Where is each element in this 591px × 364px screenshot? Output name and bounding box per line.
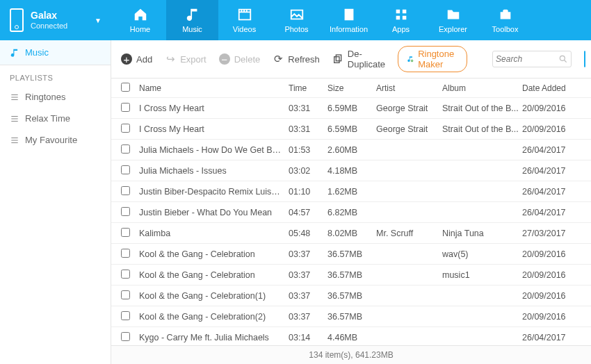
svg-rect-1 — [336, 55, 341, 61]
cell-name: I Cross My Heart — [139, 104, 289, 113]
cell-album: music1 — [442, 270, 522, 280]
cell-time: 04:57 — [289, 208, 327, 217]
table-row[interactable]: Justin Bieber - What Do You Mean04:576.8… — [111, 202, 591, 223]
export-icon: ↪ — [165, 53, 176, 65]
row-checkbox[interactable] — [121, 249, 130, 258]
sidebar-item-label: Music — [25, 47, 49, 58]
cell-name: I Cross My Heart — [139, 124, 289, 134]
select-all-checkbox[interactable] — [121, 83, 130, 92]
home-icon — [132, 7, 149, 22]
cell-date: 26/04/2017 — [522, 187, 581, 197]
nav-videos[interactable]: Videos — [218, 0, 270, 40]
nav-explorer[interactable]: Explorer — [427, 0, 479, 40]
button-label: Export — [180, 54, 207, 65]
row-checkbox[interactable] — [121, 103, 130, 112]
row-checkbox[interactable] — [121, 186, 130, 195]
cell-time: 01:53 — [289, 145, 327, 155]
sidebar-item-relax-time[interactable]: Relax Time — [0, 108, 111, 129]
device-status: Connected — [31, 22, 67, 31]
table-row[interactable]: Kygo - Carry Me ft. Julia Michaels03:144… — [111, 327, 591, 345]
table-row[interactable]: Kalimba05:488.02MBMr. ScruffNinja Tuna27… — [111, 223, 591, 244]
toolbox-icon — [497, 7, 514, 22]
row-checkbox[interactable] — [121, 270, 130, 279]
button-label: Add — [136, 54, 152, 65]
table-row[interactable]: Kool & the Gang - Celebration(2)03:3736.… — [111, 306, 591, 327]
music-icon — [10, 48, 19, 58]
main-nav: Home Music Videos Photos Information App… — [114, 0, 531, 40]
table-row[interactable]: Kool & the Gang - Celebration(1)03:3736.… — [111, 286, 591, 306]
deduplicate-button[interactable]: De-Duplicate — [332, 49, 385, 69]
table-body[interactable]: I Cross My Heart03:316.59MBGeorge Strait… — [111, 98, 591, 345]
cell-size: 4.18MB — [327, 166, 376, 176]
sidebar-item-music[interactable]: Music — [0, 40, 111, 65]
nav-information[interactable]: Information — [323, 0, 375, 40]
list-icon — [10, 135, 19, 145]
table-row[interactable]: Kool & the Gang - Celebration03:3736.57M… — [111, 265, 591, 286]
cell-date: 26/04/2017 — [522, 166, 581, 176]
nav-home[interactable]: Home — [114, 0, 166, 40]
minus-icon: − — [219, 53, 230, 65]
row-checkbox[interactable] — [121, 144, 130, 154]
col-time[interactable]: Time — [289, 83, 327, 93]
col-name[interactable]: Name — [139, 83, 289, 93]
cell-album: Strait Out of the B... — [442, 104, 522, 113]
table-row[interactable]: Kool & the Gang - Celebration03:3736.57M… — [111, 244, 591, 265]
col-date[interactable]: Date Added — [522, 83, 581, 93]
col-size[interactable]: Size — [327, 83, 376, 93]
svg-rect-0 — [334, 57, 339, 63]
nav-toolbox[interactable]: Toolbox — [479, 0, 531, 40]
delete-button[interactable]: −Delete — [219, 53, 261, 65]
nav-photos[interactable]: Photos — [270, 0, 323, 40]
grid-view-button[interactable] — [585, 51, 585, 67]
row-checkbox[interactable] — [121, 207, 130, 216]
contacts-icon — [341, 7, 357, 22]
cell-name: Kygo - Carry Me ft. Julia Michaels — [139, 333, 289, 342]
device-selector[interactable]: Galax Connected ▼ — [0, 0, 111, 40]
cell-name: Justin Bieber - What Do You Mean — [139, 208, 289, 217]
cell-size: 6.82MB — [327, 208, 376, 217]
button-label: Refresh — [288, 54, 320, 65]
button-label: Delete — [234, 54, 261, 65]
sidebar-item-ringtones[interactable]: Ringtones — [0, 86, 111, 108]
export-button[interactable]: ↪Export — [165, 53, 207, 65]
search-input[interactable] — [496, 54, 558, 64]
cell-time: 03:31 — [289, 104, 327, 113]
plus-icon: + — [121, 53, 132, 65]
row-checkbox[interactable] — [121, 311, 130, 320]
cell-size: 36.57MB — [327, 291, 376, 301]
search-box[interactable] — [492, 51, 572, 67]
music-icon — [184, 7, 201, 22]
table-row[interactable]: I Cross My Heart03:316.59MBGeorge Strait… — [111, 119, 591, 140]
table-row[interactable]: Julia Michaels - Issues03:024.18MB26/04/… — [111, 160, 591, 181]
cell-size: 36.57MB — [327, 312, 376, 322]
nav-label: Toolbox — [492, 25, 519, 33]
refresh-icon: ⟳ — [273, 53, 284, 65]
ringtone-maker-button[interactable]: Ringtone Maker — [398, 46, 467, 72]
cell-time: 01:10 — [289, 187, 327, 197]
table-row[interactable]: Justin Biber-Despacito Remix Luis F...01… — [111, 181, 591, 202]
cell-artist: George Strait — [376, 124, 442, 134]
table-row[interactable]: Julia Michaels - How Do We Get Ba...01:5… — [111, 140, 591, 160]
cell-name: Justin Biber-Despacito Remix Luis F... — [139, 187, 289, 197]
nav-music[interactable]: Music — [166, 0, 218, 40]
cell-name: Kool & the Gang - Celebration(1) — [139, 291, 289, 301]
sidebar-item-label: Ringtones — [25, 92, 66, 102]
nav-apps[interactable]: Apps — [375, 0, 427, 40]
sidebar-item-my-favourite[interactable]: My Favourite — [0, 129, 111, 151]
phone-icon — [10, 8, 24, 32]
row-checkbox[interactable] — [121, 228, 130, 237]
cell-size: 2.60MB — [327, 145, 376, 155]
nav-label: Videos — [233, 25, 256, 33]
add-button[interactable]: +Add — [121, 53, 152, 65]
row-checkbox[interactable] — [121, 290, 130, 299]
cell-size: 36.57MB — [327, 270, 376, 280]
nav-label: Music — [182, 25, 202, 33]
table-row[interactable]: I Cross My Heart03:316.59MBGeorge Strait… — [111, 98, 591, 119]
col-artist[interactable]: Artist — [376, 83, 442, 93]
col-album[interactable]: Album — [442, 83, 522, 93]
search-icon — [558, 54, 568, 64]
row-checkbox[interactable] — [121, 124, 130, 133]
refresh-button[interactable]: ⟳Refresh — [273, 53, 320, 65]
row-checkbox[interactable] — [121, 165, 130, 174]
row-checkbox[interactable] — [121, 332, 130, 341]
